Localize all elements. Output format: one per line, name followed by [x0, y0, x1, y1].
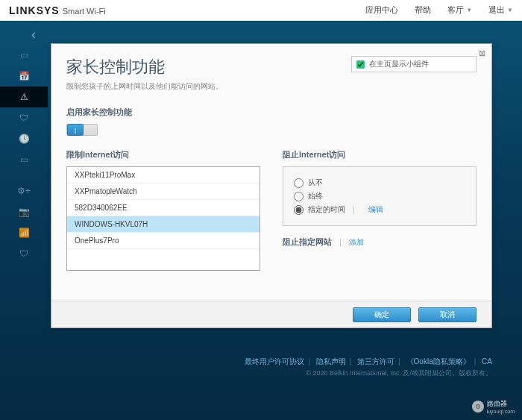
pipe-icon: | — [353, 206, 355, 214]
enable-toggle[interactable]: | — [66, 124, 98, 136]
cancel-button[interactable]: 取消 — [418, 307, 477, 322]
rail-item-1[interactable]: 📅 — [0, 66, 48, 87]
rail-item-9[interactable]: 📶 — [0, 222, 48, 243]
device-item-selected[interactable]: WINDOWS-HKVL07H — [67, 216, 260, 233]
add-site-link[interactable]: 添加 — [349, 237, 364, 248]
footer-ookla[interactable]: 《Ookla隐私策略》 — [406, 357, 471, 366]
top-bar: LINKSYS Smart Wi-Fi 应用中心 帮助 客厅▼ 退出▼ — [0, 0, 522, 21]
page-subtitle: 限制您孩子的上网时间以及他们能访问的网站。 — [66, 81, 477, 92]
footer-thirdparty[interactable]: 第三方许可 — [357, 357, 394, 366]
toggle-knob-icon: | — [67, 124, 84, 136]
footer-copyright: © 2020 Belkin International, Inc. 及/或其附属… — [245, 369, 492, 378]
rail-item-3[interactable]: 🛡 — [0, 107, 48, 128]
watermark-sub: luyouqi.com — [487, 409, 515, 414]
watermark: ⚙ 路由器 luyouqi.com — [472, 399, 515, 414]
radio-never-label: 从不 — [308, 178, 323, 188]
radio-specific-label: 指定的时间 — [308, 204, 345, 215]
edit-schedule-link[interactable]: 编辑 — [368, 204, 383, 215]
block-heading: 阻止Internet访问 — [283, 149, 477, 160]
rail-item-parental[interactable]: ⚠ — [0, 87, 48, 107]
brand-logo: LINKSYS — [9, 4, 60, 16]
back-button[interactable]: ‹ — [31, 27, 36, 43]
pipe-icon: | — [339, 237, 342, 246]
nav-guest-label: 客厅 — [447, 4, 464, 16]
radio-never-input[interactable] — [294, 178, 304, 188]
limit-heading: 限制Internet访问 — [66, 149, 260, 160]
page-footer: 最终用户许可协议| 隐私声明| 第三方许可| 《Ookla隐私策略》| CA ©… — [245, 357, 492, 378]
block-sites-heading: 阻止指定网站 — [283, 236, 332, 248]
rail-item-0[interactable]: ▭ — [0, 45, 48, 66]
rail-item-7[interactable]: ⚙+ — [0, 181, 48, 201]
radio-always-input[interactable] — [294, 192, 304, 201]
caret-down-icon: ▼ — [466, 7, 472, 13]
footer-eula[interactable]: 最终用户许可协议 — [245, 357, 304, 366]
nav-help[interactable]: 帮助 — [415, 4, 431, 16]
radio-always-label: 始终 — [308, 191, 323, 201]
watermark-icon: ⚙ — [472, 401, 484, 413]
show-widget-checkbox[interactable] — [356, 60, 365, 69]
brand: LINKSYS Smart Wi-Fi — [9, 4, 106, 16]
radio-always[interactable]: 始终 — [294, 191, 465, 201]
show-widget-box[interactable]: 在主页显示小组件 — [351, 56, 477, 72]
brand-sub: Smart Wi-Fi — [63, 7, 106, 16]
card-footer: 确定 取消 — [51, 301, 491, 327]
rail-item-10[interactable]: 🛡 — [0, 243, 48, 264]
rail-divider — [0, 170, 48, 181]
enable-heading: 启用家长控制功能 — [66, 107, 477, 118]
side-rail: ▭ 📅 ⚠ 🛡 🕓 ▭ ⚙+ 📷 📶 🛡 — [0, 45, 48, 420]
ok-button[interactable]: 确定 — [353, 307, 411, 322]
nav-logout-label: 退出 — [488, 4, 505, 16]
watermark-label: 路由器 — [487, 400, 507, 407]
caret-down-icon: ▼ — [507, 7, 513, 13]
parental-card: ⊠ 家长控制功能 限制您孩子的上网时间以及他们能访问的网站。 在主页显示小组件 … — [51, 43, 492, 328]
top-nav: 应用中心 帮助 客厅▼ 退出▼ — [365, 4, 513, 16]
block-options: 从不 始终 指定的时间|编辑 — [283, 166, 477, 226]
close-icon[interactable]: ⊠ — [479, 48, 485, 58]
rail-item-5[interactable]: ▭ — [0, 149, 48, 170]
radio-specific[interactable]: 指定的时间|编辑 — [294, 204, 465, 215]
nav-logout[interactable]: 退出▼ — [488, 4, 513, 16]
nav-appcenter[interactable]: 应用中心 — [365, 4, 398, 16]
device-item[interactable]: 582D340062EE — [67, 200, 260, 216]
device-item[interactable]: XXPteki11ProMax — [67, 167, 260, 184]
nav-guest[interactable]: 客厅▼ — [447, 4, 472, 16]
footer-privacy[interactable]: 隐私声明 — [316, 357, 346, 366]
device-item[interactable]: OnePlus7Pro — [67, 233, 260, 249]
footer-ca[interactable]: CA — [482, 357, 492, 366]
rail-item-8[interactable]: 📷 — [0, 201, 48, 222]
rail-item-4[interactable]: 🕓 — [0, 128, 48, 149]
radio-specific-input[interactable] — [294, 205, 304, 215]
radio-never[interactable]: 从不 — [294, 178, 465, 188]
device-item[interactable]: XXPmatopleWatch — [67, 184, 260, 200]
show-widget-label: 在主页显示小组件 — [369, 59, 429, 69]
block-sites-row: 阻止指定网站 | 添加 — [283, 236, 477, 248]
device-list[interactable]: XXPteki11ProMax XXPmatopleWatch 582D3400… — [66, 166, 260, 271]
